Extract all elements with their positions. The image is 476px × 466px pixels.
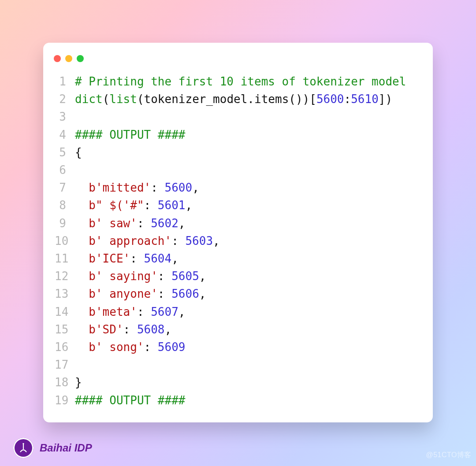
code-token: 5603 <box>185 234 213 248</box>
line-number: 16 <box>55 338 75 356</box>
code-token: } <box>75 376 82 389</box>
line-number: 14 <box>55 303 75 321</box>
code-source: { <box>75 144 421 161</box>
code-token: : <box>130 252 144 265</box>
code-token: , <box>165 323 172 336</box>
code-token: 5600 <box>316 92 344 106</box>
code-token: tokenizer_model.items() <box>144 92 303 106</box>
code-token: 5604 <box>144 252 172 265</box>
code-token: b' saying' <box>89 270 158 283</box>
code-token: b' approach' <box>89 234 171 248</box>
code-token: , <box>178 305 186 318</box>
code-token <box>75 340 89 354</box>
code-source <box>75 356 421 374</box>
code-token: #### OUTPUT #### <box>75 394 185 407</box>
code-source: } <box>75 374 421 391</box>
code-token <box>75 287 89 300</box>
code-token: , <box>178 217 186 230</box>
code-token: b" $('#" <box>89 199 144 212</box>
code-token: #### OUTPUT #### <box>75 128 185 141</box>
code-line: 5{ <box>55 144 421 161</box>
code-token: b' anyone' <box>89 287 158 300</box>
code-token: 5609 <box>158 340 186 354</box>
code-token: b'ICE' <box>89 252 130 265</box>
line-number: 10 <box>55 232 75 250</box>
line-number: 18 <box>55 374 75 391</box>
code-source: #### OUTPUT #### <box>75 126 421 144</box>
code-token: ]) <box>379 92 392 106</box>
code-line: 18} <box>55 374 421 391</box>
code-token <box>75 323 89 336</box>
code-line: 7 b'mitted': 5600, <box>55 179 421 196</box>
code-token: { <box>75 146 82 159</box>
code-token: b' saw' <box>89 217 137 230</box>
code-source: b' song': 5609 <box>75 338 421 356</box>
code-source: b'mitted': 5600, <box>75 179 421 196</box>
code-line: 11 b'ICE': 5604, <box>55 250 421 267</box>
code-source: b'meta': 5607, <box>75 303 421 321</box>
code-line: 10 b' approach': 5603, <box>55 232 421 250</box>
code-line: 1# Printing the first 10 items of tokeni… <box>55 73 421 90</box>
code-token: : <box>158 287 171 300</box>
line-number: 7 <box>55 179 75 196</box>
code-token: : <box>171 234 185 248</box>
line-number: 17 <box>55 356 75 374</box>
code-token: b'mitted' <box>89 181 151 194</box>
code-token: : <box>158 270 171 283</box>
code-token: 5606 <box>171 287 199 300</box>
svg-point-0 <box>22 443 24 444</box>
code-token: , <box>199 287 206 300</box>
code-line: 14 b'meta': 5607, <box>55 303 421 321</box>
code-token <box>75 217 89 230</box>
code-token <box>75 234 89 248</box>
brand-name: Baihai IDP <box>40 442 92 454</box>
line-number: 2 <box>55 90 75 108</box>
code-card: 1# Printing the first 10 items of tokeni… <box>43 43 433 422</box>
code-token: b'meta' <box>89 305 137 318</box>
code-token: dict <box>75 92 103 106</box>
code-line: 19#### OUTPUT #### <box>55 392 421 409</box>
code-line: 2dict(list(tokenizer_model.items())[5600… <box>55 90 421 108</box>
traffic-dot-green <box>77 55 84 62</box>
code-block: 1# Printing the first 10 items of tokeni… <box>55 73 421 409</box>
code-line: 13 b' anyone': 5606, <box>55 285 421 303</box>
code-source: # Printing the first 10 items of tokeniz… <box>75 73 421 90</box>
code-token: : <box>123 323 137 336</box>
line-number: 9 <box>55 215 75 232</box>
line-number: 13 <box>55 285 75 303</box>
code-token: )[ <box>303 92 316 106</box>
code-token: , <box>192 181 199 194</box>
code-token <box>75 199 89 212</box>
code-token: 5608 <box>137 323 165 336</box>
line-number: 15 <box>55 321 75 338</box>
code-source: b' approach': 5603, <box>75 232 421 250</box>
code-token: 5602 <box>151 217 178 230</box>
code-token: : <box>151 181 164 194</box>
code-token: : <box>137 305 151 318</box>
line-number: 12 <box>55 267 75 285</box>
code-source: dict(list(tokenizer_model.items())[5600:… <box>75 90 421 108</box>
code-line: 4#### OUTPUT #### <box>55 126 421 144</box>
code-source <box>75 161 421 179</box>
code-source: b'SD': 5608, <box>75 321 421 338</box>
line-number: 6 <box>55 161 75 179</box>
line-number: 8 <box>55 196 75 214</box>
code-token: ( <box>103 92 110 106</box>
window-traffic-lights <box>54 55 421 62</box>
code-source <box>75 108 421 126</box>
code-line: 8 b" $('#": 5601, <box>55 196 421 214</box>
code-source: b' anyone': 5606, <box>75 285 421 303</box>
code-source: b' saw': 5602, <box>75 215 421 232</box>
code-token: : <box>144 340 158 354</box>
code-token: b'SD' <box>89 323 123 336</box>
code-token: 5610 <box>351 92 379 106</box>
traffic-dot-yellow <box>65 55 72 62</box>
code-token: 5600 <box>165 181 193 194</box>
line-number: 5 <box>55 144 75 161</box>
code-token: 5607 <box>151 305 178 318</box>
code-source: b" $('#": 5601, <box>75 196 421 214</box>
code-line: 12 b' saying': 5605, <box>55 267 421 285</box>
brand-logo-icon <box>13 438 33 458</box>
code-token: : <box>137 217 151 230</box>
code-source: b' saying': 5605, <box>75 267 421 285</box>
